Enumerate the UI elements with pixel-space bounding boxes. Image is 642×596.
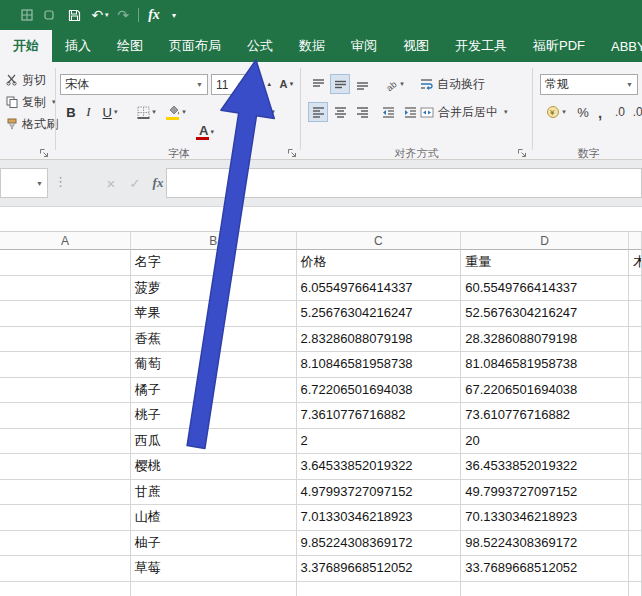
cell[interactable]: 桃子	[131, 403, 297, 429]
column-header-A[interactable]: A	[0, 232, 131, 250]
cell[interactable]	[629, 352, 642, 378]
enter-button[interactable]: ✓	[124, 168, 146, 198]
cell[interactable]: 33.7689668512052	[461, 556, 629, 582]
italic-button[interactable]: I	[81, 102, 96, 122]
tab-ABBYY[interactable]: ABBYY	[598, 30, 642, 62]
increase-indent-button[interactable]	[400, 102, 420, 122]
cell[interactable]: 81.0846581958738	[461, 352, 629, 378]
cell[interactable]	[0, 301, 131, 327]
cell[interactable]	[629, 505, 642, 531]
cell[interactable]: 67.2206501694038	[461, 378, 629, 404]
cell[interactable]	[0, 454, 131, 480]
cell[interactable]: 木	[629, 250, 642, 276]
cell[interactable]	[131, 582, 297, 596]
cell[interactable]	[0, 403, 131, 429]
cell[interactable]: 6.72206501694038	[297, 378, 462, 404]
cell[interactable]	[629, 403, 642, 429]
cell[interactable]: 2	[297, 429, 462, 455]
tab-页面布局[interactable]: 页面布局	[156, 30, 234, 62]
cell[interactable]: 36.4533852019322	[461, 454, 629, 480]
cell[interactable]	[0, 582, 131, 596]
redo-button[interactable]: ↷	[114, 0, 132, 30]
align-top-button[interactable]	[308, 74, 328, 94]
tab-审阅[interactable]: 审阅	[338, 30, 390, 62]
cell[interactable]	[629, 454, 642, 480]
cancel-button[interactable]: ×	[100, 168, 122, 198]
cell[interactable]: 草莓	[131, 556, 297, 582]
name-box[interactable]: ▼	[0, 168, 48, 198]
format-painter-button[interactable]: 格式刷	[6, 114, 58, 134]
tab-开始[interactable]: 开始	[0, 30, 52, 62]
cell[interactable]: 3.37689668512052	[297, 556, 462, 582]
cell[interactable]	[629, 556, 642, 582]
cut-button[interactable]: 剪切	[6, 70, 46, 90]
align-middle-button[interactable]	[330, 74, 350, 94]
save-button[interactable]	[64, 0, 84, 30]
undo-button[interactable]: ↶▾	[88, 0, 112, 30]
cell[interactable]: 樱桃	[131, 454, 297, 480]
cell[interactable]	[0, 556, 131, 582]
number-format-combo[interactable]: 常规 ▼	[540, 74, 638, 95]
align-bottom-button[interactable]	[352, 74, 372, 94]
cell[interactable]	[297, 582, 462, 596]
comma-style-button[interactable]: ,	[593, 102, 607, 122]
cell[interactable]: 73.610776716882	[461, 403, 629, 429]
cell[interactable]: 菠萝	[131, 276, 297, 302]
cell[interactable]: 价格	[297, 250, 462, 276]
cell[interactable]: 28.3286088079198	[461, 327, 629, 353]
borders-button[interactable]: ▾	[133, 102, 160, 122]
cell[interactable]: 柚子	[131, 531, 297, 557]
cell[interactable]: 重量	[461, 250, 629, 276]
cell[interactable]: 甘蔗	[131, 480, 297, 506]
alignment-dialog-launcher[interactable]	[516, 147, 528, 159]
wrap-text-button[interactable]: 自动换行	[420, 74, 485, 94]
cell[interactable]: 49.7993727097152	[461, 480, 629, 506]
decrease-font-size-button[interactable]: A▼	[276, 74, 298, 94]
cell[interactable]	[0, 276, 131, 302]
cell[interactable]: 98.5224308369172	[461, 531, 629, 557]
bold-button[interactable]: B	[62, 102, 80, 122]
increase-decimal-button[interactable]: .0	[610, 102, 630, 122]
cell[interactable]	[629, 301, 642, 327]
formula-bar-resize-handle[interactable]: ⋮	[54, 174, 67, 189]
cell[interactable]	[629, 327, 642, 353]
cell[interactable]: 橘子	[131, 378, 297, 404]
cell[interactable]: 香蕉	[131, 327, 297, 353]
merge-center-button[interactable]: 合并后居中 ▾	[420, 102, 508, 122]
phonetic-guide-button[interactable]: 变 ▾	[251, 102, 281, 122]
font-color-button[interactable]: A ▾	[193, 122, 220, 142]
cell[interactable]	[0, 250, 131, 276]
cell[interactable]: 山楂	[131, 505, 297, 531]
cell[interactable]: 5.25676304216247	[297, 301, 462, 327]
cell[interactable]	[0, 352, 131, 378]
cell[interactable]	[629, 531, 642, 557]
tab-数据[interactable]: 数据	[286, 30, 338, 62]
column-header-B[interactable]: B	[131, 232, 297, 250]
increase-font-size-button[interactable]: A▲	[253, 74, 275, 94]
font-size-combo[interactable]: 11 ▼	[211, 74, 249, 95]
accounting-format-button[interactable]: ¥ ▾	[541, 102, 571, 122]
align-center-button[interactable]	[330, 102, 350, 122]
cell[interactable]	[0, 505, 131, 531]
underline-button[interactable]: U ▾	[97, 102, 123, 122]
cell[interactable]	[629, 582, 642, 596]
cell[interactable]: 7.01330346218923	[297, 505, 462, 531]
align-left-button[interactable]	[308, 102, 328, 122]
cell[interactable]: 4.97993727097152	[297, 480, 462, 506]
cell[interactable]	[629, 378, 642, 404]
copy-button[interactable]: 复制 ▾	[6, 92, 56, 112]
tab-绘图[interactable]: 绘图	[104, 30, 156, 62]
font-name-combo[interactable]: 宋体 ▼	[60, 74, 208, 95]
formula-input[interactable]	[166, 168, 642, 198]
cell[interactable]	[461, 582, 629, 596]
customize-qat-button[interactable]: ▾	[166, 0, 182, 30]
cell[interactable]: 9.85224308369172	[297, 531, 462, 557]
tab-公式[interactable]: 公式	[234, 30, 286, 62]
insert-function-qat-button[interactable]: fx	[144, 0, 164, 30]
cell[interactable]	[0, 378, 131, 404]
tab-福昕PDF[interactable]: 福昕PDF	[520, 30, 598, 62]
cell[interactable]: 2.83286088079198	[297, 327, 462, 353]
decrease-decimal-button[interactable]: .00	[631, 102, 642, 122]
cell[interactable]	[0, 480, 131, 506]
cell[interactable]: 西瓜	[131, 429, 297, 455]
